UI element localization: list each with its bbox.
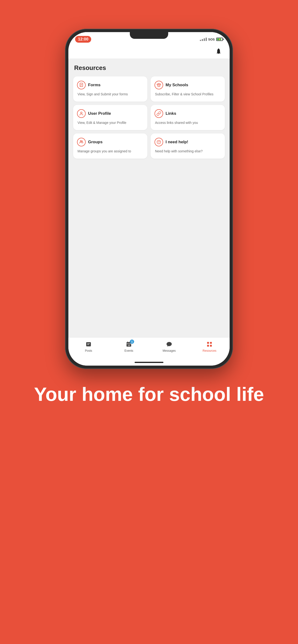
main-content: Resources [68,58,230,337]
nav-resources[interactable]: Resources [189,340,230,352]
status-time: 12:00 [75,36,91,43]
events-badge: 1 [130,340,134,344]
groups-card[interactable]: Groups Manage groups you are assigned to [73,134,147,158]
help-icon: ? [155,138,163,146]
svg-point-6 [80,140,81,142]
schools-desc: Subscribe, Filter & view School Profiles [155,92,221,97]
form-icon [77,81,86,89]
help-title: I need help! [166,140,188,144]
home-indicator [68,359,230,366]
svg-point-7 [82,141,83,142]
messages-label: Messages [163,349,176,352]
phone-screen: 12:00 SOS ⚡ [68,32,230,366]
phone-frame: 12:00 SOS ⚡ [65,29,233,369]
profile-desc: View, Edit & Manage your Profile [77,120,143,125]
home-bar [135,362,163,363]
links-title: Links [166,111,176,116]
header [68,44,230,58]
links-card[interactable]: Links Access links shared with you [151,105,225,130]
bell-button[interactable] [214,47,223,56]
section-title: Resources [73,64,225,72]
phone-notch [130,32,168,39]
bottom-nav: Posts 15 1 Events [68,337,230,359]
help-card[interactable]: ? I need help! Need help with something … [151,134,225,158]
resources-grid: Forms View, Sign and Submit your forms [73,76,225,158]
help-desc: Need help with something else? [155,149,221,154]
status-right: SOS ⚡ [200,38,223,41]
groups-icon [77,138,86,146]
messages-icon [165,340,173,348]
forms-title: Forms [88,83,100,88]
svg-text:?: ? [158,141,160,144]
schools-title: My Schools [166,83,188,88]
school-icon [155,81,163,89]
posts-icon [85,340,92,348]
svg-point-4 [158,84,159,84]
signal-icon [200,38,207,41]
groups-desc: Manage groups you are assigned to [77,149,143,154]
svg-rect-10 [86,342,91,346]
battery-icon: ⚡ [216,38,223,41]
svg-text:15: 15 [128,344,130,346]
svg-rect-21 [210,345,212,347]
groups-title: Groups [88,140,102,144]
svg-rect-0 [80,83,83,87]
tagline: Your home for school life [20,383,278,406]
phone-outer: 12:00 SOS ⚡ [65,29,233,369]
forms-card[interactable]: Forms View, Sign and Submit your forms [73,76,147,102]
nav-posts[interactable]: Posts [68,340,109,352]
links-desc: Access links shared with you [155,120,221,125]
events-icon: 15 1 [125,340,133,348]
svg-rect-20 [207,345,209,347]
my-schools-card[interactable]: My Schools Subscribe, Filter & view Scho… [151,76,225,102]
sos-label: SOS [208,38,215,41]
svg-rect-19 [210,342,212,344]
user-profile-card[interactable]: User Profile View, Edit & Manage your Pr… [73,105,147,130]
resources-icon [206,340,213,348]
resources-label: Resources [203,349,216,352]
posts-label: Posts [85,349,92,352]
links-icon [155,109,163,118]
svg-point-5 [81,112,82,114]
forms-desc: View, Sign and Submit your forms [77,92,143,97]
nav-events[interactable]: 15 1 Events [109,340,149,352]
events-label: Events [124,349,133,352]
svg-rect-18 [207,342,209,344]
profile-title: User Profile [88,111,111,116]
nav-messages[interactable]: Messages [149,340,189,352]
user-icon [77,109,86,118]
